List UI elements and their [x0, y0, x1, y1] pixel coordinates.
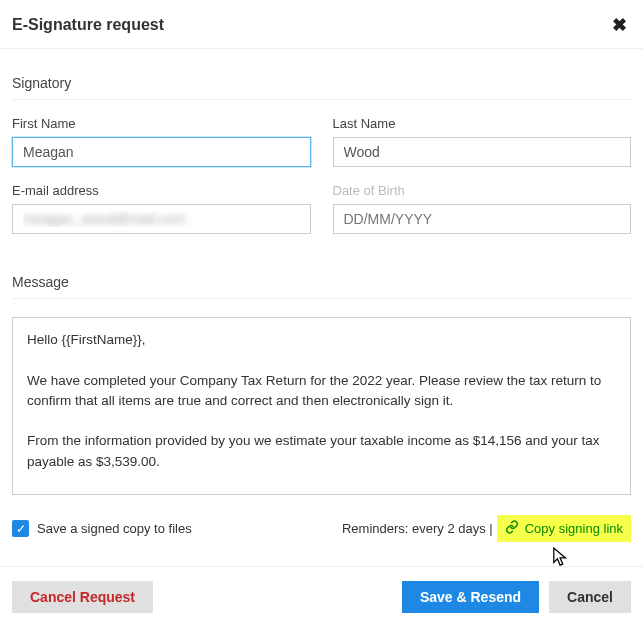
save-resend-button[interactable]: Save & Resend — [402, 581, 539, 613]
signatory-heading: Signatory — [12, 49, 631, 100]
checkbox-icon: ✓ — [12, 520, 29, 537]
name-row: First Name Last Name — [12, 116, 631, 167]
modal-header: E-Signature request ✖ — [0, 0, 643, 49]
last-name-input[interactable] — [333, 137, 632, 167]
first-name-input[interactable] — [12, 137, 311, 167]
copy-signing-link[interactable]: Copy signing link — [497, 515, 631, 542]
close-icon: ✖ — [612, 15, 627, 35]
link-icon — [505, 520, 519, 537]
message-area — [12, 317, 631, 495]
dob-label: Date of Birth — [333, 183, 632, 198]
first-name-col: First Name — [12, 116, 311, 167]
last-name-label: Last Name — [333, 116, 632, 131]
right-links: Reminders: every 2 days | Copy signing l… — [342, 515, 631, 542]
cancel-request-button[interactable]: Cancel Request — [12, 581, 153, 613]
esignature-modal: E-Signature request ✖ Signatory First Na… — [0, 0, 643, 627]
first-name-label: First Name — [12, 116, 311, 131]
save-copy-option[interactable]: ✓ Save a signed copy to files — [12, 520, 192, 537]
email-input[interactable] — [12, 204, 311, 234]
footer-right: Save & Resend Cancel — [402, 581, 631, 613]
reminders-text: Reminders: every 2 days | — [342, 521, 493, 536]
message-heading: Message — [12, 234, 631, 299]
email-col: E-mail address — [12, 183, 311, 234]
modal-footer: Cancel Request Save & Resend Cancel — [0, 566, 643, 627]
contact-row: E-mail address Date of Birth — [12, 183, 631, 234]
signatory-section: Signatory First Name Last Name E-mail ad… — [0, 49, 643, 495]
cancel-button[interactable]: Cancel — [549, 581, 631, 613]
last-name-col: Last Name — [333, 116, 632, 167]
email-label: E-mail address — [12, 183, 311, 198]
modal-title: E-Signature request — [12, 16, 164, 34]
dob-col: Date of Birth — [333, 183, 632, 234]
save-copy-label: Save a signed copy to files — [37, 521, 192, 536]
dob-input[interactable] — [333, 204, 632, 234]
message-textarea[interactable] — [13, 318, 630, 494]
copy-link-label: Copy signing link — [525, 521, 623, 536]
options-row: ✓ Save a signed copy to files Reminders:… — [0, 495, 643, 566]
close-button[interactable]: ✖ — [612, 14, 627, 36]
